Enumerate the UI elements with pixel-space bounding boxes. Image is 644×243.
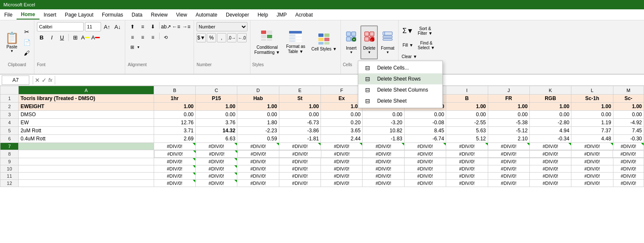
cell-styles-button[interactable]: Cell Styles ▼	[309, 25, 339, 59]
align-middle-button[interactable]: ≡	[138, 22, 147, 31]
row-header-5[interactable]: 5	[0, 127, 19, 135]
cell-m6[interactable]: -0.30	[613, 135, 644, 143]
cell-e7[interactable]: #DIV/0!	[279, 143, 321, 150]
cell-f6[interactable]: 2.44	[321, 135, 363, 143]
menu-item-insert[interactable]: Insert	[39, 11, 61, 19]
format-button[interactable]: Format ▼	[379, 25, 397, 59]
cell-e3[interactable]: 0.00	[279, 111, 321, 119]
cell-f7[interactable]: #DIV/0!	[321, 143, 363, 150]
cell-b5[interactable]: 3.71	[154, 127, 195, 135]
menu-item-automate[interactable]: Automate	[191, 11, 222, 19]
cell-k5[interactable]: 4.94	[529, 127, 571, 135]
delete-cells-item[interactable]: ⊟ Delete Cells...	[358, 62, 442, 73]
col-header-k[interactable]: K	[529, 86, 571, 95]
cell-c6[interactable]: 6.63	[195, 135, 237, 143]
align-right-button[interactable]: ≡	[148, 33, 157, 42]
cell-k3[interactable]: 0.00	[529, 111, 571, 119]
align-left-button[interactable]: ≡	[128, 33, 137, 42]
cell-a5[interactable]: 2uM Rott	[19, 127, 154, 135]
number-format-select[interactable]: Number General Currency Percentage	[197, 22, 247, 31]
row-header-6[interactable]: 6	[0, 135, 19, 143]
delete-sheet-item[interactable]: ⊟ Delete Sheet	[358, 95, 442, 106]
menu-item-file[interactable]: File	[0, 11, 17, 19]
cell-g3[interactable]: 0.00	[363, 111, 404, 119]
menu-item-review[interactable]: Review	[146, 11, 172, 19]
col-header-j[interactable]: J	[488, 86, 529, 95]
cell-g4[interactable]: -3.20	[363, 119, 404, 127]
cell-a1[interactable]: Tocris library (Treated - DMSO)	[19, 95, 154, 103]
cell-i2[interactable]: 1.00	[446, 103, 488, 111]
sort-filter-button[interactable]: Sort &Filter ▼	[416, 23, 434, 39]
conditional-formatting-button[interactable]: ConditionalFormatting ▼	[252, 25, 282, 59]
menu-item-formulas[interactable]: Formulas	[98, 11, 127, 19]
increase-font-button[interactable]: A↑	[102, 22, 112, 31]
cell-a12[interactable]	[19, 180, 154, 187]
cell-d5[interactable]: -2.23	[237, 127, 279, 135]
align-bottom-button[interactable]: ⬇	[148, 22, 157, 31]
menu-item-data[interactable]: Data	[127, 11, 146, 19]
cell-a2[interactable]: EWEIGHT	[19, 103, 154, 111]
cell-e5[interactable]: -3.86	[279, 127, 321, 135]
cell-l7[interactable]: #DIV/0!	[571, 143, 613, 150]
borders-button[interactable]: ⊞	[70, 33, 80, 42]
cell-c5[interactable]: 14.32	[195, 127, 237, 135]
cell-d4[interactable]: 1.80	[237, 119, 279, 127]
menu-item-view[interactable]: View	[172, 11, 191, 19]
cell-h6[interactable]: -6.74	[404, 135, 446, 143]
cell-b4[interactable]: 12.76	[154, 119, 195, 127]
cell-e4[interactable]: -6.73	[279, 119, 321, 127]
cell-d1[interactable]: Hab	[237, 95, 279, 103]
decrease-font-button[interactable]: A↓	[113, 22, 122, 31]
currency-button[interactable]: $▼	[197, 33, 206, 42]
cell-a8[interactable]	[19, 150, 154, 158]
align-top-button[interactable]: ⬆	[128, 22, 137, 31]
cell-l3[interactable]: 0.00	[571, 111, 613, 119]
cell-i6[interactable]: 5.12	[446, 135, 488, 143]
cut-button[interactable]: ✂	[22, 27, 31, 36]
cell-d2[interactable]: 1.00	[237, 103, 279, 111]
cell-h7[interactable]: #DIV/0!	[404, 143, 446, 150]
merge-center-button[interactable]: ⊞ ▼	[128, 43, 143, 51]
cell-e1[interactable]: St	[279, 95, 321, 103]
row-header-7[interactable]: 7	[0, 143, 19, 150]
col-header-m[interactable]: M	[613, 86, 644, 95]
sum-button[interactable]: Σ▼	[400, 23, 416, 39]
decrease-decimal-button[interactable]: ←.0	[237, 33, 247, 42]
cell-j3[interactable]: 0.00	[488, 111, 529, 119]
cell-b7[interactable]: #DIV/0!	[154, 143, 195, 150]
menu-item-developer[interactable]: Developer	[222, 11, 253, 19]
row-header-1[interactable]: 1	[0, 95, 19, 103]
cell-c1[interactable]: P15	[195, 95, 237, 103]
delete-sheet-columns-item[interactable]: ⊟ Delete Sheet Columns	[358, 84, 442, 95]
cell-k1[interactable]: RGB	[529, 95, 571, 103]
cell-b3[interactable]: 0.00	[154, 111, 195, 119]
cell-c4[interactable]: 3.76	[195, 119, 237, 127]
cell-j2[interactable]: 1.00	[488, 103, 529, 111]
cell-i3[interactable]: 0.00	[446, 111, 488, 119]
col-header-l[interactable]: L	[571, 86, 613, 95]
cell-a7[interactable]	[19, 143, 154, 150]
col-header-a[interactable]: A	[19, 86, 154, 95]
cell-a4[interactable]: EW	[19, 119, 154, 127]
cell-f5[interactable]: 3.65	[321, 127, 363, 135]
clear-button[interactable]: Clear ▼	[400, 52, 419, 61]
col-header-i[interactable]: I	[446, 86, 488, 95]
cell-m5[interactable]: 7.45	[613, 127, 644, 135]
cell-m7[interactable]: #DIV/0!	[613, 143, 644, 150]
confirm-formula-icon[interactable]: ✓	[42, 77, 47, 84]
copy-button[interactable]: 📄	[22, 38, 31, 47]
text-direction-button[interactable]: ab↗	[161, 22, 171, 31]
delete-button[interactable]: - Delete ▼	[360, 25, 378, 59]
cell-a11[interactable]	[19, 173, 154, 180]
paste-button[interactable]: 📋 Paste ▼	[3, 28, 21, 57]
cell-h5[interactable]: 8.45	[404, 127, 446, 135]
cell-m1[interactable]: Sc-	[613, 95, 644, 103]
indent-decrease-button[interactable]: ←≡	[172, 22, 181, 31]
row-header-10[interactable]: 10	[0, 165, 19, 173]
cell-h4[interactable]: -0.08	[404, 119, 446, 127]
align-center-button[interactable]: ≡	[138, 33, 147, 42]
col-header-c[interactable]: C	[195, 86, 237, 95]
cell-a3[interactable]: DMSO	[19, 111, 154, 119]
row-header-3[interactable]: 3	[0, 111, 19, 119]
percent-button[interactable]: %	[207, 33, 216, 42]
